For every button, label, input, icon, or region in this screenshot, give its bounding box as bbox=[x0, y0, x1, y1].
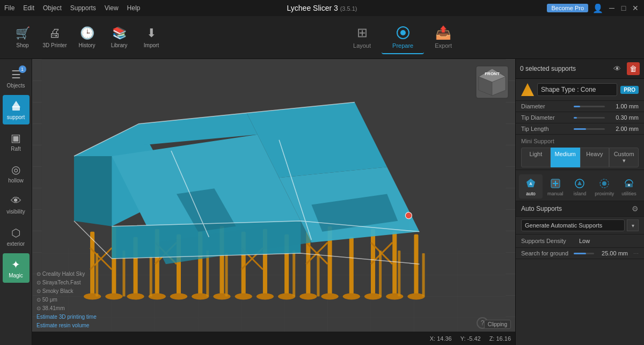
svg-point-47 bbox=[343, 293, 360, 299]
svg-rect-69 bbox=[398, 251, 400, 296]
auto-supports-header: Auto Supports ⚙ bbox=[516, 201, 644, 217]
coord-x: X: 14.36 bbox=[430, 335, 452, 342]
user-icon[interactable]: 👤 bbox=[592, 3, 603, 13]
auto-supports-title: Auto Supports bbox=[521, 205, 632, 212]
mode-tab-proximity[interactable]: proximity bbox=[592, 174, 616, 199]
tip-diameter-slider-wrap bbox=[574, 117, 605, 119]
tab-layout[interactable]: ⊞ Layout bbox=[342, 21, 382, 54]
svg-rect-33 bbox=[392, 232, 397, 297]
nav-cube-icon: FRONT bbox=[473, 63, 511, 101]
left-sidebar: 1 ☰ Objects support ▣ Raft ◎ hollow 👁 vi… bbox=[0, 59, 32, 345]
shape-type-select[interactable]: Shape Type : Cone Shape Type : Cylinder … bbox=[537, 83, 617, 96]
tip-diameter-row: Tip Diameter 0.30 mm bbox=[516, 112, 644, 123]
tip-length-value: 2.00 mm bbox=[609, 126, 639, 132]
sidebar-item-raft[interactable]: ▣ Raft bbox=[3, 127, 30, 156]
mini-support-buttons: Light Medium Heavy Custom ▾ bbox=[516, 145, 644, 170]
sidebar-magic-label: Magic bbox=[9, 273, 23, 278]
status-bar: X: 14.36 Y: -5.42 Z: 16.16 bbox=[32, 332, 515, 345]
mode-tab-island[interactable]: island bbox=[568, 174, 592, 199]
sidebar-hollow-label: hollow bbox=[8, 178, 23, 183]
mode-proximity-label: proximity bbox=[595, 191, 614, 196]
svg-point-1 bbox=[400, 30, 406, 35]
tab-export[interactable]: 📤 Export bbox=[424, 21, 463, 54]
printer-name: Creality Halot Sky bbox=[42, 271, 85, 277]
generate-dropdown-arrow[interactable]: ▾ bbox=[627, 219, 639, 231]
light-button[interactable]: Light bbox=[521, 148, 551, 167]
raft-icon: ▣ bbox=[11, 131, 21, 144]
tool-shop-label: Shop bbox=[16, 42, 28, 48]
svg-point-42 bbox=[235, 293, 252, 299]
tip-diameter-slider-fill bbox=[574, 117, 577, 119]
sidebar-item-exterior[interactable]: ⬡ exterior bbox=[3, 222, 30, 251]
sidebar-item-magic[interactable]: ✦ Magic bbox=[3, 253, 30, 283]
layer-value: 50 μm bbox=[42, 297, 57, 303]
manual-icon bbox=[550, 178, 561, 189]
close-button[interactable]: ✕ bbox=[631, 4, 640, 12]
svg-rect-68 bbox=[379, 251, 382, 296]
ground-value: 25.00 mm bbox=[598, 250, 628, 256]
sidebar-item-hollow[interactable]: ◎ hollow bbox=[3, 158, 30, 188]
generate-select[interactable]: Generate Automatic Supports bbox=[521, 219, 625, 231]
sidebar-exterior-label: exterior bbox=[7, 241, 25, 247]
ground-slider-wrap bbox=[574, 253, 594, 254]
svg-text:FRONT: FRONT bbox=[485, 71, 500, 76]
printer-info: ⊙ Creality Halot Sky bbox=[36, 270, 97, 278]
ground-slider-fill bbox=[574, 253, 586, 254]
estimate-resin-link[interactable]: Estimate resin volume bbox=[36, 322, 89, 328]
auto-icon: A bbox=[525, 178, 537, 189]
tab-prepare[interactable]: Prepare bbox=[382, 21, 424, 54]
height-info: ⊙ 38.41mm bbox=[36, 304, 97, 313]
tool-shop[interactable]: 🛒 Shop bbox=[6, 19, 39, 56]
become-pro-button[interactable]: Become Pro bbox=[547, 4, 588, 12]
nav-cube[interactable]: FRONT bbox=[473, 63, 511, 101]
mode-tab-manual[interactable]: manual bbox=[544, 174, 567, 199]
diameter-slider[interactable] bbox=[574, 106, 605, 107]
density-value: Low bbox=[579, 238, 590, 244]
gear-button[interactable]: ⚙ bbox=[632, 204, 639, 213]
color-name: Smoky Black bbox=[42, 288, 74, 294]
menu-object[interactable]: Object bbox=[43, 4, 62, 12]
sidebar-item-support[interactable]: support bbox=[3, 95, 30, 124]
tip-diameter-slider[interactable] bbox=[574, 117, 605, 119]
sidebar-item-objects[interactable]: 1 ☰ Objects bbox=[3, 63, 30, 93]
tool-printer-label: 3D Printer bbox=[42, 42, 67, 48]
medium-button[interactable]: Medium bbox=[551, 148, 580, 167]
panel-header: 0 selected supports 👁 🗑 bbox=[516, 59, 644, 79]
tab-export-label: Export bbox=[435, 42, 452, 49]
svg-point-100 bbox=[628, 184, 630, 186]
mode-auto-label: auto bbox=[526, 191, 536, 196]
delete-button[interactable]: 🗑 bbox=[627, 62, 640, 75]
custom-button[interactable]: Custom ▾ bbox=[609, 148, 639, 167]
support-icon bbox=[10, 100, 23, 113]
menu-supports[interactable]: Supports bbox=[70, 4, 96, 12]
tool-3dprinter[interactable]: 🖨 3D Printer bbox=[39, 19, 71, 56]
density-label: Supports Density bbox=[521, 238, 575, 244]
viewport[interactable]: FRONT ⊙ Creality Halot Sky ⊙ SirayaTech.… bbox=[32, 59, 515, 345]
history-icon: 🕒 bbox=[80, 26, 94, 40]
tool-history[interactable]: 🕒 History bbox=[71, 19, 103, 56]
tool-library[interactable]: 📚 Library bbox=[103, 19, 135, 56]
tip-diameter-value: 0.30 mm bbox=[609, 114, 639, 121]
visibility-toggle-button[interactable]: 👁 bbox=[611, 62, 624, 75]
ground-slider[interactable] bbox=[574, 253, 594, 254]
maximize-button[interactable]: □ bbox=[619, 4, 628, 12]
menu-edit[interactable]: Edit bbox=[23, 4, 34, 12]
toolbar: 🛒 Shop 🖨 3D Printer 🕒 History 📚 Library … bbox=[0, 16, 644, 59]
material-info: ⊙ SirayaTech.Fast bbox=[36, 278, 97, 287]
tip-length-row: Tip Length 2.00 mm bbox=[516, 123, 644, 135]
sidebar-item-visibility[interactable]: 👁 visibility bbox=[3, 190, 30, 219]
estimate-print-link[interactable]: Estimate 3D printing time bbox=[36, 314, 97, 320]
printer-dot: ⊙ bbox=[36, 271, 42, 277]
hollow-icon: ◎ bbox=[11, 163, 20, 176]
tool-import[interactable]: ⬇ Import bbox=[135, 19, 167, 56]
menu-help[interactable]: Help bbox=[127, 4, 141, 12]
svg-rect-31 bbox=[349, 237, 354, 297]
heavy-button[interactable]: Heavy bbox=[580, 148, 610, 167]
mode-tab-utilities[interactable]: utilities bbox=[617, 174, 641, 199]
mode-tab-auto[interactable]: A auto bbox=[519, 174, 543, 199]
tip-length-slider[interactable] bbox=[574, 128, 605, 130]
menu-file[interactable]: File bbox=[4, 4, 14, 12]
menu-view[interactable]: View bbox=[105, 4, 119, 12]
clipping-badge[interactable]: Clipping bbox=[484, 320, 511, 329]
minimize-button[interactable]: ─ bbox=[608, 4, 616, 12]
